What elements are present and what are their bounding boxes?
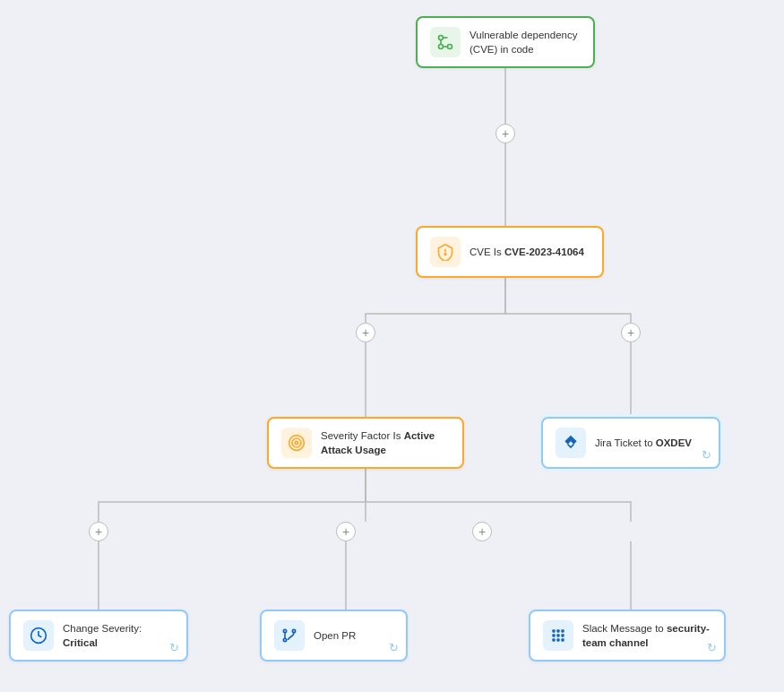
node-severity[interactable]: Severity Factor Is Active Attack Usage	[267, 417, 464, 469]
svg-point-9	[439, 45, 444, 49]
node-open-pr-label: Open PR	[314, 628, 356, 643]
node-severity-label: Severity Factor Is Active Attack Usage	[321, 428, 450, 457]
add-button-3[interactable]: +	[621, 323, 641, 342]
slack-icon	[543, 620, 573, 651]
git-icon	[430, 27, 461, 57]
svg-point-16	[295, 441, 297, 444]
svg-rect-28	[552, 638, 555, 641]
svg-rect-30	[561, 638, 564, 641]
svg-point-8	[439, 36, 444, 40]
node-vulnerable-dep-label: Vulnerable dependency (CVE) in code	[470, 28, 581, 56]
svg-rect-24	[561, 629, 564, 632]
add-button-4[interactable]: +	[89, 522, 108, 541]
svg-rect-29	[556, 638, 559, 641]
jira-refresh-icon[interactable]: ↻	[702, 448, 711, 462]
svg-point-15	[292, 438, 301, 447]
node-change-severity[interactable]: Change Severity: Critical ↻	[9, 610, 188, 662]
node-open-pr[interactable]: Open PR ↻	[260, 610, 408, 662]
add-button-6[interactable]: +	[472, 522, 492, 541]
svg-point-14	[289, 436, 305, 451]
node-slack-label: Slack Message to security-team channel	[582, 621, 711, 650]
add-button-1[interactable]: +	[495, 124, 515, 143]
add-button-2[interactable]: +	[356, 323, 375, 342]
svg-rect-27	[561, 634, 564, 636]
shield-icon	[430, 237, 461, 267]
svg-rect-23	[556, 629, 559, 632]
change-severity-icon	[23, 620, 54, 651]
flow-canvas: Vulnerable dependency (CVE) in code + CV…	[0, 0, 784, 692]
svg-rect-26	[556, 634, 559, 636]
node-jira[interactable]: Jira Ticket to OXDEV ↻	[541, 417, 720, 469]
svg-rect-22	[552, 629, 555, 632]
jira-icon	[556, 428, 586, 458]
node-change-severity-label: Change Severity: Critical	[63, 621, 174, 650]
target-icon	[281, 428, 312, 458]
node-vulnerable-dep[interactable]: Vulnerable dependency (CVE) in code	[416, 16, 595, 68]
pr-refresh-icon[interactable]: ↻	[389, 641, 399, 654]
pr-icon	[274, 620, 305, 651]
connectors-svg	[0, 0, 784, 692]
node-cve[interactable]: CVE Is CVE-2023-41064	[416, 226, 604, 278]
node-jira-label: Jira Ticket to OXDEV	[595, 436, 692, 450]
node-cve-label: CVE Is CVE-2023-41064	[470, 245, 584, 259]
svg-point-19	[292, 629, 295, 632]
svg-point-7	[448, 45, 452, 49]
svg-point-13	[444, 254, 446, 255]
change-severity-refresh-icon[interactable]: ↻	[169, 641, 179, 654]
svg-point-18	[283, 629, 286, 632]
node-slack[interactable]: Slack Message to security-team channel ↻	[529, 610, 726, 662]
slack-refresh-icon[interactable]: ↻	[707, 641, 717, 654]
svg-rect-25	[552, 634, 555, 636]
svg-point-20	[283, 638, 286, 641]
add-button-5[interactable]: +	[336, 522, 356, 541]
